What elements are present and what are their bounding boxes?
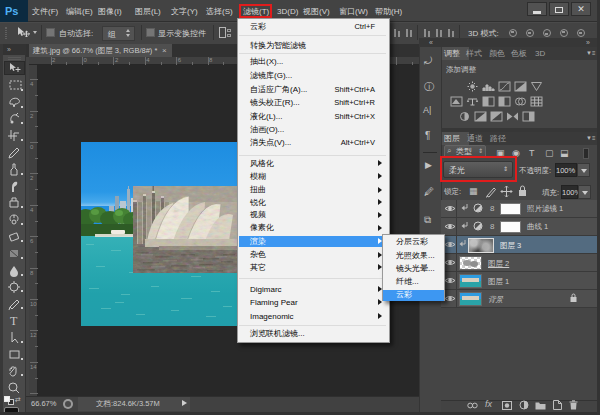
svg-text:T: T — [10, 314, 18, 328]
